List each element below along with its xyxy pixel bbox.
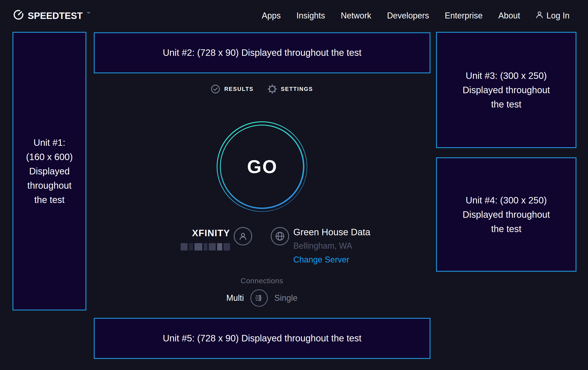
ad-unit-5-leaderboard[interactable]: Unit #5: (728 x 90) Displayed throughout… <box>94 318 430 359</box>
tab-results[interactable]: RESULTS <box>211 84 253 94</box>
tab-settings-label: SETTINGS <box>281 86 313 92</box>
go-label: GO <box>246 156 278 177</box>
nav-item-insights[interactable]: Insights <box>296 11 325 20</box>
go-outer-ring: GO <box>217 121 307 212</box>
redacted-ip <box>163 243 230 250</box>
ad-unit-3-label: Unit #3: (300 x 250) Displayed throughou… <box>461 69 552 111</box>
connections-multi-option[interactable]: Multi <box>226 293 244 303</box>
isp-info: XFINITY <box>163 228 230 250</box>
check-circle-icon <box>211 84 220 94</box>
ad-unit-4-label: Unit #4: (300 x 250) Displayed throughou… <box>461 193 552 236</box>
speedometer-gauge-icon <box>13 9 24 22</box>
ad-unit-5-label: Unit #5: (728 x 90) Displayed throughout… <box>163 331 362 346</box>
go-inner-ring: GO <box>220 124 304 209</box>
isp-name: XFINITY <box>163 228 230 239</box>
ad-unit-3-rectangle[interactable]: Unit #3: (300 x 250) Displayed throughou… <box>436 32 577 148</box>
logo-trademark: ™ <box>87 11 90 15</box>
ad-unit-4-rectangle[interactable]: Unit #4: (300 x 250) Displayed throughou… <box>436 157 577 272</box>
tab-results-label: RESULTS <box>224 86 253 92</box>
nav-item-developers[interactable]: Developers <box>387 11 429 20</box>
logo-wordmark: SPEEDTEST <box>28 10 83 21</box>
tab-settings[interactable]: SETTINGS <box>267 84 313 94</box>
login-label: Log In <box>546 11 569 20</box>
main-nav: Apps Insights Network Developers Enterpr… <box>262 11 569 20</box>
ad-unit-1-skyscraper[interactable]: Unit #1: (160 x 600) Displayed throughou… <box>12 32 86 310</box>
change-server-link[interactable]: Change Server <box>293 255 370 265</box>
connections-toggle-row: Multi Single <box>226 289 297 307</box>
results-settings-tabs: RESULTS SETTINGS <box>211 84 313 94</box>
speedtest-page: SPEEDTEST ™ Apps Insights Network Develo… <box>0 0 588 370</box>
go-button[interactable]: GO <box>217 121 307 212</box>
nav-item-network[interactable]: Network <box>341 11 371 20</box>
ad-unit-2-label: Unit #2: (728 x 90) Displayed throughout… <box>163 46 362 60</box>
server-location: Bellingham, WA <box>293 241 370 251</box>
top-nav-bar: SPEEDTEST ™ Apps Insights Network Develo… <box>0 0 588 31</box>
gear-icon <box>267 84 277 94</box>
isp-person-icon <box>234 227 252 245</box>
server-name: Green House Data <box>293 227 370 237</box>
server-info: Green House Data Bellingham, WA Change S… <box>293 227 370 265</box>
connections-section: Connections Multi Single <box>226 277 297 307</box>
nav-item-about[interactable]: About <box>498 11 520 20</box>
ad-unit-2-leaderboard[interactable]: Unit #2: (728 x 90) Displayed throughout… <box>94 32 430 73</box>
nav-item-enterprise[interactable]: Enterprise <box>445 11 483 20</box>
login-button[interactable]: Log In <box>536 11 569 20</box>
nav-item-apps[interactable]: Apps <box>262 11 281 20</box>
user-icon <box>536 11 543 20</box>
server-globe-icon <box>271 227 289 245</box>
ad-unit-1-label: Unit #1: (160 x 600) Displayed throughou… <box>24 135 74 207</box>
connections-single-option[interactable]: Single <box>274 293 297 303</box>
multi-connection-arrows-icon[interactable] <box>250 289 268 307</box>
speedtest-logo[interactable]: SPEEDTEST ™ <box>13 9 90 22</box>
connections-label: Connections <box>241 277 283 285</box>
